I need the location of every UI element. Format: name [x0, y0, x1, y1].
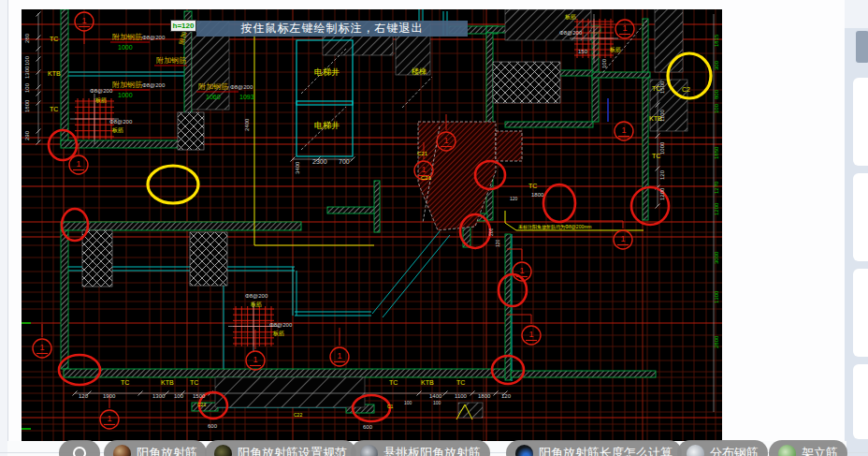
cad-drawing-svg[interactable]: 1111111111111 附加钢筋Φ8@2001000附加钢筋附加钢筋Φ8@2… [22, 9, 722, 441]
cad-label: Φ8@200 [245, 293, 268, 299]
cad-label: 板筋 [609, 47, 621, 52]
h-value-label: h=120 [170, 20, 196, 32]
svg-text:1: 1 [620, 234, 625, 243]
cad-label: 120 [659, 169, 665, 180]
chip-label: 悬挑板阳角放射筋 [383, 445, 481, 456]
cad-label: 120 [495, 239, 500, 247]
chip-label: 架立筋 [802, 445, 838, 456]
cad-label: 1800 [531, 192, 544, 198]
chip-label: 阳角放射筋 [137, 445, 197, 456]
related-card[interactable] [853, 78, 868, 166]
cad-label: 1300 [24, 66, 30, 79]
svg-text:1: 1 [528, 330, 533, 339]
cad-label: TC [456, 379, 465, 386]
tag-chip-xuantiaoban[interactable]: 悬挑板阳角放射筋 [351, 440, 490, 456]
cad-label: 700 [339, 158, 350, 165]
svg-text:1: 1 [253, 355, 257, 364]
cad-label: TC [389, 379, 398, 386]
cad-label: 120 [501, 393, 512, 399]
cad-label: TC [50, 106, 58, 112]
cad-label: TC [121, 379, 129, 386]
cad-label: 板筋 [250, 302, 262, 307]
cad-label: 600 [208, 423, 218, 429]
cad-label: C21 [417, 151, 428, 156]
cad-label: 100 [714, 103, 719, 113]
svg-text:1: 1 [443, 136, 448, 145]
cad-label: Φ8@200 [269, 322, 293, 328]
cad-label: 100 [404, 400, 412, 405]
thumbnail-icon [778, 445, 796, 456]
related-card[interactable] [853, 364, 868, 439]
cad-label: KTB [48, 70, 61, 77]
cad-label: C22 [294, 412, 302, 418]
cad-label: Φ8@200 [230, 84, 253, 90]
cad-canvas[interactable]: 1111111111111 附加钢筋Φ8@2001000附加钢筋附加钢筋Φ8@2… [22, 9, 722, 441]
chip-label: 分布钢筋 [710, 445, 759, 456]
cad-label: 附加钢筋 [112, 81, 142, 89]
cad-label: C21 [421, 175, 432, 181]
cad-label: 附加钢筋 [156, 56, 186, 65]
cad-label: TC [50, 36, 58, 42]
related-card[interactable] [853, 173, 868, 261]
cad-label: Φ8@200 [559, 30, 583, 36]
cad-label: 1300 [152, 393, 166, 399]
cad-label: 600 [363, 424, 373, 430]
cad-label: 100 [24, 82, 30, 93]
cad-label: 800 [714, 89, 719, 99]
cad-label: 1093 [239, 94, 254, 100]
cad-label: 100 [24, 55, 30, 66]
cad-label: 1500 [659, 81, 665, 94]
tag-chip-fenbu[interactable]: 分布钢筋 [677, 440, 768, 456]
svg-text:1: 1 [519, 266, 524, 275]
cad-label: C21 [197, 402, 206, 407]
cad-label: 板筋 [564, 14, 576, 20]
cad-label: 板筋 [111, 127, 123, 133]
thumbnail-icon [687, 445, 704, 456]
cad-label: 2800 [714, 335, 719, 348]
cad-label: 290 [24, 130, 30, 140]
svg-text:1: 1 [107, 414, 111, 423]
tag-chip-guifan[interactable]: 阳角放射筋设置规范 [205, 440, 356, 456]
cad-label: 电梯井 [314, 67, 340, 77]
cad-label: KTB [421, 379, 434, 386]
cad-label: 1815 [714, 34, 719, 47]
cad-label: 2400 [244, 118, 250, 131]
thumbnail-icon [515, 445, 533, 456]
search-chip[interactable] [59, 440, 100, 456]
cad-label: C1 [387, 404, 394, 409]
cad-label: 板筋 [272, 331, 284, 336]
cad-label: 1800 [478, 393, 491, 399]
cad-label: Φ8@200 [142, 35, 166, 40]
right-column-button[interactable] [856, 31, 868, 63]
cad-label: TC [190, 379, 198, 386]
right-list-column [845, 0, 868, 456]
chip-label: 阳角放射筋长度怎么计算 [539, 445, 673, 456]
tag-chip-changdu[interactable]: 阳角放射筋长度怎么计算 [506, 440, 682, 456]
cad-label: 100 [433, 400, 441, 405]
cad-label: Φ8@200 [142, 82, 166, 88]
svg-text:1: 1 [421, 165, 426, 174]
tag-chip-yangjiao[interactable]: 阳角放射筋 [104, 440, 207, 456]
cad-label: 3400 [295, 161, 300, 174]
cad-label: Φ8@200 [90, 88, 113, 94]
cad-label: 1200 [714, 202, 719, 215]
cad-label: 1100 [659, 109, 665, 122]
cad-label: 100 [601, 58, 607, 68]
cad-label: 楼梯 [412, 67, 427, 76]
cad-label: 1060 [206, 94, 221, 100]
right-column-header [845, 0, 868, 28]
tag-chip-jiali[interactable]: 架立筋 [769, 440, 847, 456]
cad-label: 3000 [714, 251, 719, 264]
chip-label: 阳角放射筋设置规范 [238, 445, 347, 456]
cad-label: 1800 [24, 99, 30, 112]
related-card[interactable] [853, 269, 868, 357]
cad-label: Φ8@200 [109, 119, 133, 125]
svg-text:1: 1 [39, 343, 44, 352]
thumbnail-icon [360, 445, 378, 456]
cad-label: 120 [79, 393, 89, 399]
cad-label: 300 [714, 60, 719, 70]
cad-label: 1100 [455, 393, 468, 399]
cad-label: 1850 [714, 146, 719, 159]
left-page-margin [0, 0, 8, 456]
cad-label: 电梯井 [314, 121, 340, 130]
